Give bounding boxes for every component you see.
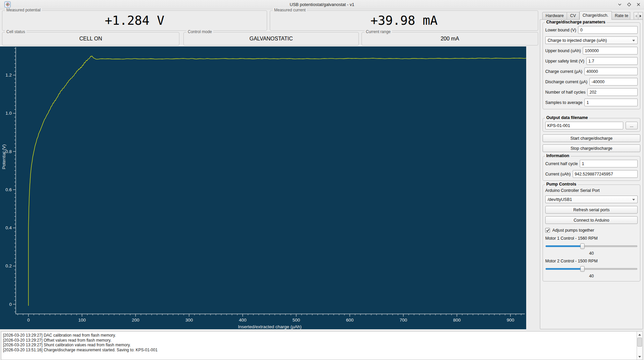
checkmark-icon <box>546 229 550 232</box>
serial-port-label: Arduino Controller Serial Port <box>545 188 638 193</box>
control-mode-value: GALVANOSTATIC <box>184 36 358 42</box>
param-input[interactable] <box>586 57 638 65</box>
info-input[interactable] <box>580 160 638 167</box>
measured-current-group: Measured current +39.98 mA <box>270 10 538 31</box>
log-line: [2026-03-20 13:29:27] DAC calibration re… <box>3 333 635 338</box>
connect-to-arduino-button[interactable]: Connect to Arduino <box>545 216 638 224</box>
param-label: Samples to average <box>545 100 582 105</box>
svg-text:800: 800 <box>453 318 461 323</box>
svg-text:200: 200 <box>132 318 140 323</box>
refresh-serial-ports-button[interactable]: Refresh serial ports <box>545 206 638 214</box>
start-charge-discharge-button[interactable]: Start charge/discharge <box>543 134 640 142</box>
tab-charge-disch-[interactable]: Charge/disch. <box>579 11 612 20</box>
chevron-down-icon <box>632 199 635 201</box>
tab-cv[interactable]: CV <box>567 12 579 20</box>
svg-text:300: 300 <box>185 318 193 323</box>
lower-bound-input[interactable] <box>578 26 638 34</box>
tab-bar: HardwareCVCharge/disch.Rate te <box>542 11 643 20</box>
charge-mode-select[interactable]: Charge to injected charge (uAh) <box>545 36 638 44</box>
svg-text:1.0: 1.0 <box>5 111 12 116</box>
tab-scroll-right-icon[interactable] <box>638 12 643 20</box>
svg-text:0.2: 0.2 <box>5 263 12 268</box>
scroll-down-icon[interactable] <box>637 354 642 359</box>
svg-text:0.4: 0.4 <box>5 225 12 230</box>
info-row: Current half cycle <box>545 160 638 167</box>
motor1-slider[interactable] <box>546 243 637 249</box>
window-title: USB potentiostat/galvanostat - v1 <box>0 2 644 7</box>
svg-text:100: 100 <box>78 318 86 323</box>
svg-text:Potential (V): Potential (V) <box>1 144 6 169</box>
svg-text:Inserted/extracted charge (µAh: Inserted/extracted charge (µAh) <box>238 324 302 329</box>
information-title: Information <box>545 153 571 158</box>
information-group: Information Current half cycleCurrent (u… <box>543 156 640 181</box>
info-input[interactable] <box>573 170 638 178</box>
motor2-slider-handle[interactable] <box>580 266 584 272</box>
svg-text:500: 500 <box>293 318 300 323</box>
cell-status-group: Cell status CELL ON <box>2 32 179 45</box>
minimize-button[interactable] <box>617 2 623 7</box>
tab-scroll-left-icon[interactable] <box>634 12 638 20</box>
scroll-up-icon[interactable] <box>637 332 642 337</box>
adjust-pumps-checkbox-row: Adjust pumps together <box>545 228 638 233</box>
log-line: [2026-03-20 13:29:27] Offset values read… <box>3 338 635 343</box>
tab-rate-te[interactable]: Rate te <box>612 12 630 20</box>
param-row: Upper safety limit (V) <box>545 57 638 65</box>
control-mode-group: Control mode GALVANOSTATIC <box>183 32 359 45</box>
motor2-label: Motor 2 Control - 1500 RPM <box>545 259 638 263</box>
potential-chart: 010020030040050060070080090000.20.40.60.… <box>0 46 526 329</box>
motor1-value: 40 <box>545 251 638 256</box>
param-input[interactable] <box>587 88 638 96</box>
chart-canvas: 010020030040050060070080090000.20.40.60.… <box>0 46 526 329</box>
pump-controls-title: Pump Controls <box>545 182 578 187</box>
info-label: Current half cycle <box>545 161 578 166</box>
scrollbar-thumb[interactable] <box>637 338 642 347</box>
svg-text:600: 600 <box>346 318 354 323</box>
motor1-slider-handle[interactable] <box>580 243 584 249</box>
maximize-button[interactable] <box>626 2 632 7</box>
motor1-slider-fill <box>546 245 582 247</box>
svg-text:0: 0 <box>27 318 30 323</box>
log-line: [2026-03-20 13:51:16] Charge/discharge m… <box>3 348 635 353</box>
measured-current-label: Measured current <box>273 8 307 12</box>
charge-params-group: Charge/discharge parameters Lower bound … <box>543 22 640 109</box>
log-console: [2026-03-20 13:29:27] DAC calibration re… <box>1 331 643 360</box>
log-scrollbar[interactable] <box>637 332 642 360</box>
param-row: Charge current (µA) <box>545 68 638 75</box>
param-row: Upper bound (uAh) <box>545 47 638 54</box>
close-button[interactable] <box>636 2 641 7</box>
charge-mode-value: Charge to injected charge (uAh) <box>548 38 607 43</box>
chevron-down-icon <box>632 40 635 41</box>
param-row: Discharge current (µA) <box>545 78 638 86</box>
tab-hardware[interactable]: Hardware <box>542 12 567 20</box>
info-label: Current (uAh) <box>545 172 571 176</box>
stop-charge-discharge-button[interactable]: Stop charge/discharge <box>543 144 640 152</box>
param-label: Upper bound (uAh) <box>545 48 581 53</box>
browse-button[interactable]: ... <box>626 122 638 129</box>
titlebar: USB potentiostat/galvanostat - v1 <box>0 0 644 9</box>
serial-port-select[interactable]: /dev/ttyUSB1 <box>545 196 638 203</box>
motor2-value: 40 <box>545 274 638 278</box>
control-mode-label: Control mode <box>186 29 213 34</box>
filename-input[interactable] <box>545 122 623 129</box>
param-input[interactable] <box>583 47 638 54</box>
svg-text:1.2: 1.2 <box>5 73 12 78</box>
app-window: USB potentiostat/galvanostat - v1 Measur… <box>0 0 644 360</box>
adjust-pumps-checkbox[interactable] <box>545 228 550 233</box>
lower-bound-row: Lower bound (V) <box>545 26 638 34</box>
motor2-slider[interactable] <box>546 266 637 272</box>
param-label: Charge current (µA) <box>545 69 582 74</box>
param-label: Upper safety limit (V) <box>545 59 584 64</box>
output-filename-group: Output data filename ... <box>543 118 640 132</box>
log-lines: [2026-03-20 13:29:27] DAC calibration re… <box>3 333 635 352</box>
measured-potential-label: Measured potential <box>5 8 42 12</box>
svg-text:900: 900 <box>507 318 514 323</box>
param-input[interactable] <box>584 68 638 75</box>
measured-potential-group: Measured potential +1.284 V <box>2 10 267 31</box>
log-line: [2026-03-20 13:29:27] Shunt calibration … <box>3 343 635 348</box>
param-input[interactable] <box>589 78 638 86</box>
param-input[interactable] <box>584 99 638 106</box>
info-row: Current (uAh) <box>545 170 638 178</box>
serial-port-value: /dev/ttyUSB1 <box>548 197 572 202</box>
motor1-label: Motor 1 Control - 1560 RPM <box>545 236 638 241</box>
adjust-pumps-label: Adjust pumps together <box>552 228 594 233</box>
